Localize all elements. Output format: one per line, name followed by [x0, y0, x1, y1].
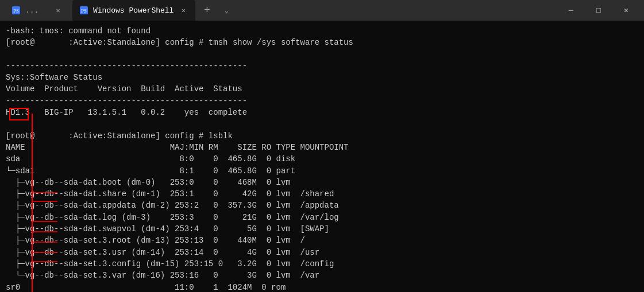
line-19: ├─vg--db--sda-set.3.root (dm-13) 253:13 …	[6, 235, 638, 246]
tab1-close[interactable]: ✕	[53, 5, 63, 15]
app-window: PS ... ✕ PS Windows PowerShell ✕ + ⌄	[0, 0, 644, 292]
line-5: Sys::Software Status	[6, 72, 638, 83]
tab1-label: ...	[25, 6, 48, 15]
line-15: ├─vg--db--sda-dat.share (dm-1) 253:1 0 4…	[6, 188, 638, 200]
line-18: ├─vg--db--sda-dat.swapvol (dm-4) 253:4 0…	[6, 223, 638, 235]
line-11: NAME MAJ:MIN RM SIZE RO TYPE MOUNTPOINT	[6, 142, 638, 153]
line-22: └─vg--db--sda-set.3.var (dm-16) 253:16 0…	[6, 270, 638, 281]
line-21: ├─vg--db--sda-set.3.config (dm-15) 253:1…	[6, 258, 638, 270]
line-3	[6, 49, 638, 60]
line-17: ├─vg--db--sda-dat.log (dm-3) 253:3 0 21G…	[6, 212, 638, 223]
line-8: HD1.3 BIG-IP 13.1.5.1 0.0.2 yes complete	[6, 107, 638, 118]
minimize-button[interactable]: ─	[558, 0, 584, 21]
tab-1[interactable]: PS ... ✕	[5, 0, 70, 21]
line-16: ├─vg--db--sda-dat.appdata (dm-2) 253:2 0…	[6, 200, 638, 211]
tab-2[interactable]: PS Windows PowerShell ✕	[72, 0, 195, 21]
line-7: ----------------------------------------…	[6, 95, 638, 107]
line-10: [root@ :Active:Standalone] config # lsbl…	[6, 130, 638, 142]
svg-text:PS: PS	[81, 8, 87, 14]
line-6: Volume Product Version Build Active Stat…	[6, 83, 638, 95]
tab2-label: Windows PowerShell	[93, 6, 173, 15]
line-13: └─sda1 8:1 0 465.8G 0 part	[6, 165, 638, 177]
tab2-close[interactable]: ✕	[178, 5, 188, 15]
line-20: ├─vg--db--sda-set.3.usr (dm-14) 253:14 0…	[6, 247, 638, 258]
maximize-button[interactable]: □	[585, 0, 612, 21]
close-button[interactable]: ✕	[613, 0, 639, 21]
tab1-icon: PS	[11, 6, 21, 15]
tab-dropdown-button[interactable]: ⌄	[218, 2, 234, 18]
line-2: [root@ :Active:Standalone] config # tmsh…	[6, 37, 638, 48]
line-9	[6, 118, 638, 130]
line-23: sr0 11:0 1 1024M 0 rom	[6, 282, 638, 292]
svg-text:PS: PS	[13, 8, 19, 14]
line-14: ├─vg--db--sda-dat.boot (dm-0) 253:0 0 46…	[6, 177, 638, 188]
terminal-content[interactable]: -bash: tmos: command not found [root@ :A…	[0, 21, 644, 292]
window-controls: ─ □ ✕	[558, 0, 639, 21]
titlebar: PS ... ✕ PS Windows PowerShell ✕ + ⌄	[0, 0, 644, 21]
line-4: ----------------------------------------…	[6, 60, 638, 72]
new-tab-button[interactable]: +	[198, 1, 216, 20]
line-12: sda 8:0 0 465.8G 0 disk	[6, 153, 638, 165]
tab2-icon: PS	[79, 6, 88, 15]
line-1: -bash: tmos: command not found	[6, 25, 638, 37]
